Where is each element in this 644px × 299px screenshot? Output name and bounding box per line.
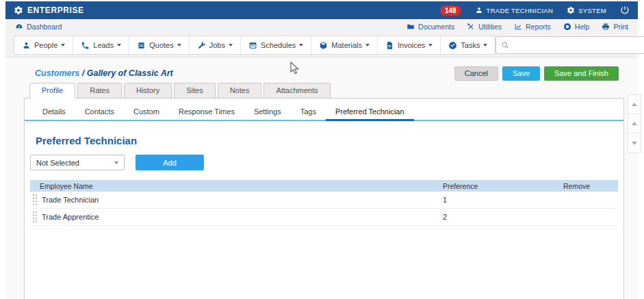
- save-button[interactable]: Save: [502, 66, 540, 81]
- chevron-down-icon: [299, 44, 303, 47]
- help-link[interactable]: Help: [563, 23, 590, 31]
- preference-value: 2: [443, 213, 563, 221]
- brand-logo[interactable]: ENTERPRISE: [14, 5, 84, 15]
- task-check-icon: [448, 41, 457, 50]
- menubar-links: Documents Utilities Reports Help Print: [407, 23, 628, 31]
- calendar-icon: [248, 41, 257, 50]
- breadcrumb-separator: /: [79, 68, 86, 78]
- save-and-finish-button[interactable]: Save and Finish: [544, 66, 619, 81]
- tab-notes[interactable]: Notes: [218, 83, 262, 98]
- search-area: Search: [495, 36, 644, 55]
- table-header: Employee Name Preference Remove: [30, 180, 618, 192]
- person-icon: [22, 41, 31, 50]
- nav-item-schedules[interactable]: Schedules: [241, 36, 311, 54]
- nav-item-leads[interactable]: Leads: [73, 36, 129, 54]
- tab-sites[interactable]: Sites: [174, 83, 215, 98]
- user-menu[interactable]: TRADE TECHNICIAN: [475, 6, 554, 14]
- power-icon[interactable]: [620, 5, 630, 15]
- profile-subtabs: Details Contacts Custom Response Times S…: [25, 99, 623, 121]
- tab-history[interactable]: History: [124, 83, 172, 98]
- utilities-link[interactable]: Utilities: [467, 23, 502, 31]
- documents-label: Documents: [418, 23, 454, 31]
- breadcrumb-customers-link[interactable]: Customers: [35, 68, 79, 78]
- tab-profile[interactable]: Profile: [29, 83, 75, 99]
- nav-item-jobs[interactable]: Jobs: [190, 36, 241, 54]
- subtab-details[interactable]: Details: [33, 105, 75, 120]
- nav-menu-group: People Leads Quotes Jobs Schedules: [14, 36, 495, 55]
- column-header-employee-name: Employee Name: [30, 182, 443, 190]
- folder-icon: [407, 23, 415, 31]
- workspace: Customers / Gallery of Classic Art Cance…: [5, 57, 638, 299]
- chevron-down-icon: [177, 44, 181, 47]
- breadcrumb-current-page: Gallery of Classic Art: [87, 68, 173, 78]
- brand-name: ENTERPRISE: [27, 5, 84, 15]
- preferred-technician-table: Employee Name Preference Remove Trade Te…: [30, 180, 618, 226]
- nav-item-invoices[interactable]: Invoices: [378, 36, 441, 54]
- table-row: Trade Apprentice 2: [30, 209, 618, 226]
- scroll-up-button[interactable]: [628, 114, 641, 133]
- triangle-up-icon: [632, 103, 637, 106]
- subtab-contacts[interactable]: Contacts: [75, 105, 124, 120]
- search-input[interactable]: [513, 41, 641, 49]
- wrench-icon: [197, 41, 206, 50]
- printer-icon: [602, 23, 610, 31]
- profile-panel: Details Contacts Custom Response Times S…: [24, 98, 624, 299]
- preference-value: 1: [443, 196, 563, 204]
- gear-logo-icon: [14, 5, 23, 15]
- subtab-preferred-technician[interactable]: Preferred Technician: [326, 105, 414, 121]
- user-icon: [475, 6, 483, 14]
- nav-label: Quotes: [149, 41, 173, 49]
- subtab-tags[interactable]: Tags: [291, 105, 326, 120]
- tools-icon: [467, 23, 475, 31]
- dashboard-label: Dashboard: [27, 23, 62, 31]
- scroll-controls: [628, 94, 641, 153]
- nav-label: People: [34, 41, 57, 49]
- technician-select[interactable]: Not Selected: [30, 155, 125, 170]
- cancel-button[interactable]: Cancel: [454, 66, 498, 81]
- employee-name: Trade Apprentice: [42, 213, 99, 221]
- topbar-right: 148 TRADE TECHNICIAN SYSTEM: [440, 5, 630, 16]
- dashboard-link[interactable]: Dashboard: [15, 23, 62, 31]
- scroll-down-button[interactable]: [628, 133, 641, 153]
- nav-item-tasks[interactable]: Tasks: [441, 36, 495, 54]
- chevron-down-icon: [61, 44, 65, 47]
- nav-label: Schedules: [261, 41, 296, 49]
- nav-item-materials[interactable]: Materials: [311, 36, 378, 54]
- help-label: Help: [575, 23, 590, 31]
- menu-bar: Dashboard Documents Utilities Reports He…: [5, 19, 638, 34]
- nav-item-quotes[interactable]: Quotes: [129, 36, 189, 54]
- utilities-label: Utilities: [478, 23, 502, 31]
- triangle-down-icon: [632, 142, 637, 145]
- search-icon: [501, 41, 509, 49]
- tab-attachments[interactable]: Attachments: [263, 83, 330, 98]
- nav-item-people[interactable]: People: [14, 36, 73, 54]
- chevron-down-icon: [483, 44, 487, 47]
- chevron-down-icon: [117, 44, 121, 47]
- table-row: Trade Technician 1: [30, 192, 618, 209]
- dashboard-icon: [15, 23, 23, 31]
- chevron-down-icon: [428, 44, 433, 47]
- package-icon: [319, 41, 328, 50]
- breadcrumb: Customers / Gallery of Classic Art: [29, 68, 173, 78]
- nav-label: Leads: [93, 41, 114, 49]
- main-tabs: Profile Rates History Sites Notes Attach…: [29, 83, 638, 98]
- user-menu-label: TRADE TECHNICIAN: [487, 7, 554, 14]
- add-technician-button[interactable]: Add: [136, 155, 204, 170]
- subtab-custom[interactable]: Custom: [124, 105, 169, 120]
- system-menu[interactable]: SYSTEM: [567, 6, 606, 14]
- print-link[interactable]: Print: [602, 23, 628, 31]
- reports-link[interactable]: Reports: [514, 23, 551, 31]
- scroll-to-top-button[interactable]: [628, 95, 641, 114]
- top-bar: ENTERPRISE 148 TRADE TECHNICIAN SYSTEM: [5, 1, 638, 19]
- drag-handle-icon[interactable]: [32, 211, 38, 223]
- notification-badge[interactable]: 148: [440, 5, 461, 16]
- subtab-settings[interactable]: Settings: [244, 105, 291, 120]
- main-nav-bar: People Leads Quotes Jobs Schedules: [5, 34, 638, 57]
- print-label: Print: [613, 23, 628, 31]
- page-title: Preferred Technician: [36, 135, 623, 146]
- tab-rates[interactable]: Rates: [77, 83, 122, 98]
- drag-handle-icon[interactable]: [32, 194, 38, 206]
- subtab-response-times[interactable]: Response Times: [169, 105, 244, 120]
- documents-link[interactable]: Documents: [407, 23, 454, 31]
- chevron-down-icon: [365, 44, 370, 47]
